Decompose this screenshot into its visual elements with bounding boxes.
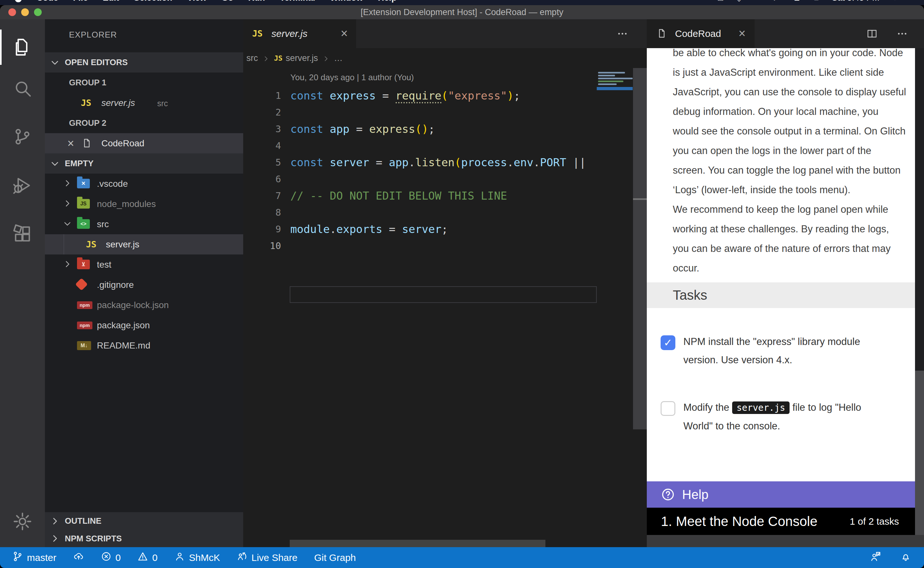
tutorial-text-line: would see the console output in a termin… [647,121,915,141]
webview-scrollbar[interactable] [915,48,924,535]
src-file-icon: <> [77,219,90,229]
menu-item-help[interactable]: Help [378,0,397,3]
menubar-status-icon[interactable]: ◔ [892,0,897,3]
sidebar-title: EXPLORER [69,30,117,40]
tree-item-package-lock-json[interactable]: npmpackage-lock.json [45,295,243,315]
close-icon[interactable]: × [341,19,348,47]
menu-item-edit[interactable]: Edit [102,0,119,3]
minimap[interactable] [597,68,633,164]
statusbar-shmck[interactable]: ShMcK [174,551,220,564]
open-editor-item-server-js[interactable]: JS server.js src [45,93,243,113]
menu-item-selection[interactable]: Selection [134,0,172,3]
menubar-clock[interactable]: Sat 5:45 PM [832,0,880,3]
activity-settings-icon[interactable] [12,511,33,532]
tree-item-node-modules[interactable]: JSnode_modules [45,194,243,214]
tree-item-server-js[interactable]: JSserver.js [45,234,243,254]
close-icon[interactable]: × [67,133,74,153]
section-open-editors[interactable]: OPEN EDITORS [45,52,243,73]
code-line: 6 [243,171,633,187]
inline-code-chip: server.js [732,402,790,414]
tree-item-test[interactable]: ⊻test [45,254,243,275]
explorer-sidebar: EXPLORER OPEN EDITORS GROUP 1 JS server.… [45,19,243,547]
activity-run-debug-icon[interactable] [12,175,33,196]
tree-item-package-json[interactable]: npmpackage.json [45,315,243,335]
activity-search-icon[interactable] [12,78,33,98]
editor-group-1: JS server.js × src JS server.js … You, 2… [243,19,647,547]
minimap-highlight [597,87,633,90]
breadcrumb-file[interactable]: server.js [286,53,318,63]
menu-item-code[interactable]: Code [36,0,59,3]
statusbar-feedback[interactable] [870,551,881,564]
statusbar-label: Live Share [252,552,297,563]
breadcrumb[interactable]: src JS server.js … [243,48,647,68]
menubar-status-icon[interactable]: ➤ [773,0,780,3]
npm-file-icon: npm [77,301,92,309]
menu-item-terminal[interactable]: Terminal [280,0,315,3]
help-bar[interactable]: Help [647,481,915,508]
menubar-status-icon[interactable]: ▲ [793,0,801,3]
statusbar-0[interactable]: 0 [101,551,121,564]
statusbar-live-share[interactable]: Live Share [237,551,297,564]
codelens-annotation[interactable]: You, 20 days ago | 1 author (You) [290,73,414,83]
activity-extensions-icon[interactable] [12,224,33,244]
section-outline[interactable]: OUTLINE [45,512,243,530]
statusbar-master[interactable]: master [12,551,56,564]
npm-scripts-label: NPM SCRIPTS [65,534,122,544]
breadcrumb-folder[interactable]: src [246,53,258,63]
section-npm-scripts[interactable]: NPM SCRIPTS [45,530,243,547]
task-checkbox-unchecked[interactable] [660,401,675,416]
more-actions-icon[interactable] [897,28,908,41]
activity-source-control-icon[interactable] [12,127,33,147]
statusbar-0[interactable]: 0 [137,551,158,564]
section-empty-folder[interactable]: EMPTY [45,153,243,174]
menubar-status-icon[interactable]: □ [718,0,723,3]
tutorial-text-line: you can be aware of the nature of errors… [647,239,915,258]
code-text: const express = require("express"); [290,87,520,104]
more-actions-icon[interactable] [617,28,628,41]
line-number: 2 [243,104,281,121]
chevron-right-icon [63,179,72,189]
tree-item--gitignore[interactable]: .gitignore [45,275,243,295]
menu-item-file[interactable]: File [73,0,88,3]
task-checkbox-checked[interactable]: ✓ [660,335,675,350]
lesson-footer[interactable]: 1. Meet the Node Console 1 of 2 tasks [647,508,915,535]
statusbar-bell[interactable] [900,551,911,564]
statusbar-cloud-upload[interactable] [73,551,84,564]
feedback-icon [870,551,881,564]
menu-item-run[interactable]: Run [248,0,265,3]
minimap-line [598,80,623,82]
menu-item-view[interactable]: View [187,0,207,3]
menu-item-window[interactable]: Window [330,0,363,3]
chevron-down-icon [50,159,60,168]
line-number: 7 [243,187,281,204]
menubar-status-icon[interactable]: ■ [814,0,819,3]
tab-server-js[interactable]: JS server.js × [243,19,356,48]
window-title-bar[interactable]: [Extension Development Host] - CodeRoad … [0,5,924,19]
open-editor-item-coderoad[interactable]: × CodeRoad [45,133,243,153]
tree-item-readme-md[interactable]: M↓README.md [45,335,243,355]
tab-label: CodeRoad [675,19,721,48]
menu-item-go[interactable]: Go [222,0,234,3]
split-editor-icon[interactable] [866,28,878,41]
tree-item-label: node_modules [97,194,156,214]
npm-file-icon: npm [77,322,92,329]
tab-coderoad[interactable]: CodeRoad × [647,19,755,48]
tree-item-label: README.md [97,335,150,355]
code-editor[interactable]: You, 20 days ago | 1 author (You) 1const… [243,68,647,547]
statusbar-label: ShMcK [189,552,220,563]
activity-explorer-icon[interactable] [12,37,33,57]
close-icon[interactable]: × [739,19,746,47]
breadcrumb-symbol[interactable]: … [334,53,343,63]
scrollbar-thumb[interactable] [915,371,924,535]
statusbar-git-graph[interactable]: Git Graph [314,552,356,563]
tutorial-text-line: We recommend to keep the log panel open … [647,199,915,219]
menubar-status-icon[interactable]: ◇ [736,0,742,3]
menubar-status-icon[interactable]: ○ [755,0,760,3]
webview-file-icon [656,28,667,40]
tree-item-label: .vscode [97,174,128,194]
tasks-section-header: Tasks [647,282,915,308]
menubar-status-icon[interactable]: ≡ [910,0,915,3]
tree-item-src[interactable]: <>src [45,214,243,234]
tree-item--vscode[interactable]: ✕.vscode [45,174,243,194]
editor-scrollbar[interactable] [633,68,647,429]
